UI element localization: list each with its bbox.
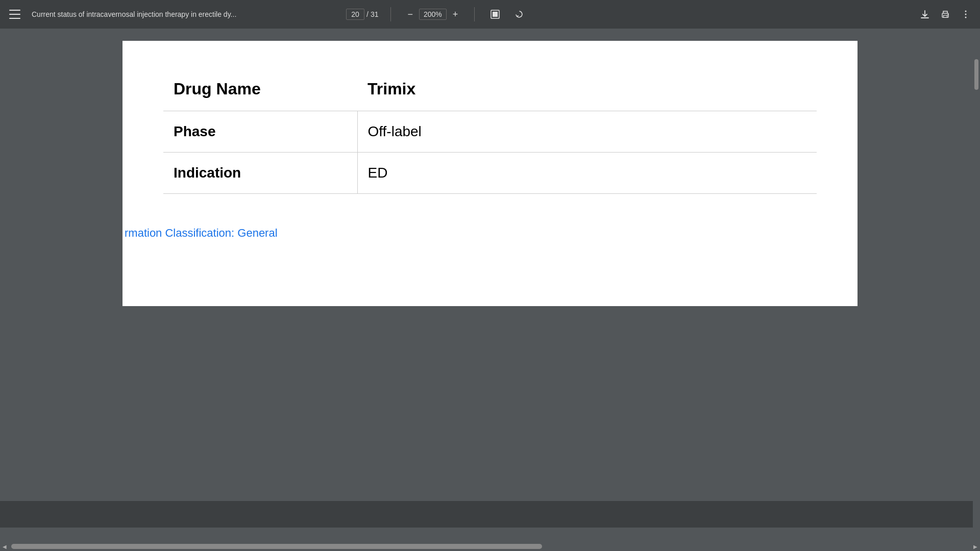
phase-value: Off-label	[357, 111, 817, 153]
svg-rect-1	[493, 12, 498, 17]
indication-label: Indication	[163, 153, 357, 194]
indication-value: ED	[357, 153, 817, 194]
content-area: Drug Name Trimix Phase Off-label Indicat…	[0, 29, 980, 551]
fit-page-icon	[490, 9, 500, 19]
col2-header: Trimix	[357, 71, 817, 111]
print-icon	[940, 9, 950, 19]
download-button[interactable]	[917, 6, 933, 22]
svg-point-4	[947, 14, 948, 15]
svg-point-7	[965, 17, 967, 18]
scroll-left-arrow: ◀	[3, 544, 7, 549]
download-icon	[920, 9, 930, 19]
toolbar-divider-1	[390, 7, 391, 21]
scroll-right-arrow: ▶	[973, 544, 977, 549]
menu-button[interactable]	[6, 8, 23, 21]
page-navigation: / 31	[346, 9, 378, 20]
classification-section: rmation Classification: General	[122, 216, 857, 250]
page-total: 31	[371, 10, 379, 18]
zoom-controls: − 200% +	[403, 7, 462, 22]
horizontal-scrollbar-thumb[interactable]	[11, 544, 542, 549]
table-row: Phase Off-label	[163, 111, 817, 153]
print-button[interactable]	[937, 6, 953, 22]
document-title: Current status of intracavernosal inject…	[32, 10, 338, 18]
rotate-icon	[514, 9, 525, 19]
toolbar-divider-2	[474, 7, 475, 21]
fit-page-button[interactable]	[487, 6, 503, 22]
table-row: Indication ED	[163, 153, 817, 194]
svg-rect-3	[944, 15, 947, 17]
vertical-scrollbar-thumb[interactable]	[974, 59, 978, 90]
table-header-row: Drug Name Trimix	[163, 71, 817, 111]
scroll-right-button[interactable]: ▶	[971, 542, 980, 551]
more-options-button[interactable]	[958, 6, 974, 22]
horizontal-scrollbar: ◀ ▶	[0, 542, 980, 551]
classification-text: rmation Classification: General	[122, 227, 278, 239]
svg-point-5	[965, 11, 967, 12]
phase-label: Phase	[163, 111, 357, 153]
toolbar: Current status of intracavernosal inject…	[0, 0, 980, 29]
page-number-input[interactable]	[346, 9, 364, 20]
hamburger-icon	[9, 10, 20, 19]
scroll-left-button[interactable]: ◀	[0, 542, 9, 551]
zoom-increase-button[interactable]: +	[449, 7, 462, 22]
svg-point-6	[965, 14, 967, 15]
drug-table: Drug Name Trimix Phase Off-label Indicat…	[163, 71, 817, 194]
vertical-scrollbar	[973, 57, 980, 542]
toolbar-right-actions	[917, 6, 974, 22]
zoom-decrease-button[interactable]: −	[403, 7, 417, 22]
rotate-button[interactable]	[511, 6, 528, 22]
col1-header: Drug Name	[163, 71, 357, 111]
page-separator: /	[366, 10, 369, 18]
footer-bar	[0, 501, 980, 528]
more-options-icon	[961, 9, 971, 19]
pdf-page: Drug Name Trimix Phase Off-label Indicat…	[122, 41, 857, 306]
zoom-value-display: 200%	[419, 9, 447, 20]
